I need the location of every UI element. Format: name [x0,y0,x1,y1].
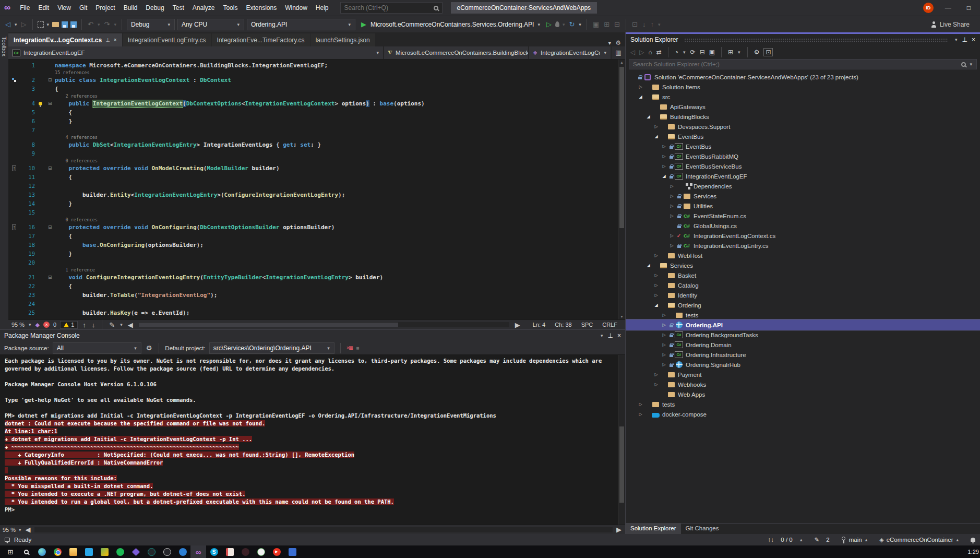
start-without-debugging-button[interactable]: ▷ [545,20,553,29]
tree-item[interactable]: ◢EventBus [626,132,980,141]
editor-horizontal-scrollbar[interactable] [139,322,509,327]
bookmark-icon[interactable]: ⊡ [631,20,639,29]
pmc-pin-icon[interactable]: ⊥ [608,332,613,339]
expander-icon[interactable]: ◢ [652,134,660,139]
next-issue-icon[interactable]: ↓ [91,320,97,329]
tree-item[interactable]: ApiGateways [626,102,980,112]
expander-icon[interactable]: ▷ [660,352,668,357]
tree-item[interactable]: ▷Utilities [626,201,980,211]
caret-position-ch[interactable]: Ch: 38 [550,322,576,328]
console-zoom-dropdown[interactable]: 95 % [3,527,16,533]
warning-count-badge[interactable]: 1 [60,321,78,329]
se-window-caret[interactable]: ▾ [954,37,958,42]
expander-icon[interactable]: ▷ [637,412,644,417]
bookmark-next-icon[interactable]: ↓ [641,20,647,29]
menu-tools[interactable]: Tools [219,4,242,11]
tree-item[interactable]: ◢C#IntegrationEventLogEF [626,171,980,181]
expander-icon[interactable]: ▷ [652,124,660,129]
tree-item[interactable]: Solution 'eCommerceOnContainer-ServicesA… [626,72,980,82]
expander-icon[interactable]: ▷ [668,233,676,238]
breadcrumb-project-dropdown[interactable]: C# IntegrationEventLogEF ▾ [8,46,384,59]
menu-build[interactable]: Build [119,4,142,11]
menu-project[interactable]: Project [91,4,119,11]
expander-icon[interactable]: ▷ [637,402,644,407]
back-icon[interactable]: ◁ [630,49,635,56]
taskbar-icon-app15[interactable] [222,545,237,558]
taskbar-icon-app7[interactable] [97,545,112,558]
pmc-close-icon[interactable]: × [617,332,621,339]
editor-tab[interactable]: IntegrationEv...LogContext.cs⊥× [8,33,122,46]
package-source-settings-icon[interactable]: ⚙ [145,343,153,352]
split-window-icon[interactable]: ▥ [612,46,625,59]
tree-item[interactable]: ▷C#EventBusServiceBus [626,161,980,171]
navigate-forward-button[interactable]: ▷ [20,20,28,29]
se-close-icon[interactable]: × [972,36,975,43]
taskbar-icon-chrome[interactable] [50,545,65,558]
toolbar-misc-icon[interactable]: ⊞ [603,20,611,29]
tree-item[interactable]: ◢src [626,92,980,102]
default-project-dropdown[interactable]: src\Services\Ordering\Ordering.API▾ [209,342,334,354]
expander-icon[interactable]: ▷ [660,323,668,327]
pending-edits-status[interactable]: ✎ 2 [814,536,829,543]
redo-caret[interactable]: ▾ [113,22,117,27]
expander-icon[interactable]: ◢ [644,114,652,119]
expander-icon[interactable]: ◢ [637,94,644,99]
menu-window[interactable]: Window [281,4,312,11]
tab-git-changes[interactable]: Git Changes [681,524,724,534]
tree-item[interactable]: ▷Ordering.SignalrHub [626,360,980,370]
tree-item[interactable]: ▷docker-compose [626,409,980,419]
previous-issue-icon[interactable]: ↑ [81,320,87,329]
save-all-button[interactable] [70,21,77,28]
taskbar-icon-explorer[interactable] [65,545,81,558]
tree-item[interactable]: Web Apps [626,389,980,399]
codelens-references[interactable]: 15 references [55,70,90,76]
menu-debug[interactable]: Debug [141,4,168,11]
platform-dropdown[interactable]: Any CPU▾ [177,19,244,30]
console-scroll-left-icon[interactable]: ◀ [25,525,32,534]
undo-button[interactable]: ↶ [87,20,94,29]
new-project-button[interactable] [38,21,44,28]
editor-options-icon[interactable]: ⚙ [615,39,621,46]
tree-item[interactable]: ▷C#EventStateEnum.cs [626,211,980,221]
solution-search-input[interactable] [633,61,958,67]
tree-item[interactable]: ▷C#Ordering.Infrastructure [626,350,980,360]
feedback-icon[interactable]: ◆ [35,322,40,328]
codelens-references[interactable]: 0 references [55,217,98,223]
expander-icon[interactable]: ▷ [652,253,660,258]
taskbar-icon-spotify[interactable] [112,545,128,558]
expander-icon[interactable]: ◢ [660,174,668,179]
panel-grip[interactable] [684,38,948,42]
taskbar-icon-search[interactable] [18,545,34,558]
expander-icon[interactable]: ▷ [668,204,676,208]
collapse-all-icon[interactable]: ⊟ [700,49,705,56]
expander-icon[interactable]: ▷ [660,164,668,169]
lightbulb-icon[interactable] [39,102,42,105]
console-scroll-right-icon[interactable]: ▶ [615,525,623,534]
expander-icon[interactable]: ▷ [668,194,676,198]
breadcrumb-type-dropdown[interactable]: ⧨ Microsoft.eCommerceOnContainers.Buildi… [384,46,529,59]
package-source-dropdown[interactable]: All▾ [53,342,141,354]
properties-icon[interactable]: ⊡ [763,48,773,56]
search-input[interactable] [344,4,431,11]
console-horizontal-scrollbar[interactable] [34,527,613,532]
minimize-button[interactable]: — [941,4,955,11]
live-share-label[interactable]: Live Share [940,21,970,28]
taskbar-icon-visual-studio[interactable]: ∞ [190,545,206,558]
codelens-references[interactable]: 0 references [55,158,98,164]
expander-icon[interactable]: ▷ [637,85,644,89]
zoom-dropdown[interactable]: 95 % [11,322,25,328]
expander-icon[interactable]: ▷ [660,313,668,317]
taskbar-icon-app16[interactable] [237,545,253,558]
taskbar-icon-app12[interactable] [175,545,190,558]
git-branch-selector[interactable]: main▴ [841,537,868,543]
fold-marker[interactable]: ⊟ [48,76,55,85]
fold-marker[interactable]: ⊟ [48,99,55,108]
taskbar-icon-vscode[interactable] [81,545,97,558]
tree-item[interactable]: ▷Catalog [626,280,980,290]
expander-icon[interactable]: ▷ [660,333,668,337]
expander-icon[interactable]: ▷ [652,283,660,288]
fold-marker[interactable]: ⊟ [48,223,55,232]
pin-icon[interactable]: ⊥ [105,37,110,43]
taskbar-icon-gitkraken[interactable] [144,545,159,558]
toolbar-misc-icon[interactable]: ⊟ [613,20,621,29]
